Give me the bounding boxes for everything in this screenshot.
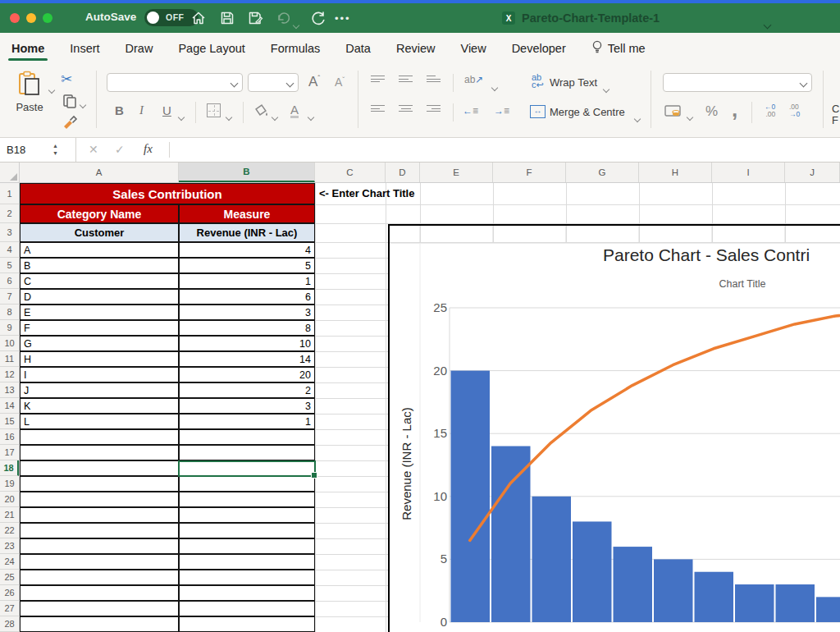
row-header-5[interactable]: 5 xyxy=(0,258,19,273)
fill-handle[interactable] xyxy=(311,472,317,479)
cell-A28[interactable] xyxy=(20,616,179,632)
undo-dropdown-chevron[interactable] xyxy=(294,16,299,31)
increase-indent-icon[interactable]: →≡ xyxy=(494,105,509,117)
fill-color-chevron[interactable] xyxy=(272,109,277,124)
column-header-J[interactable]: J xyxy=(785,163,840,182)
row-header-2[interactable]: 2 xyxy=(0,204,19,223)
name-box-stepper[interactable]: ▲▼ xyxy=(52,142,58,157)
cell-A13[interactable]: J xyxy=(20,382,179,398)
cell-A6[interactable]: C xyxy=(20,273,179,289)
accounting-format-icon[interactable] xyxy=(664,103,682,121)
tab-formulas[interactable]: Formulas xyxy=(269,34,322,62)
row-header-10[interactable]: 10 xyxy=(0,336,19,351)
tab-page-layout[interactable]: Page Layout xyxy=(176,34,246,62)
cell-A22[interactable] xyxy=(20,523,179,538)
decrease-font-icon[interactable]: Aˇ xyxy=(335,76,345,89)
tab-insert[interactable]: Insert xyxy=(68,34,101,62)
close-window-button[interactable] xyxy=(10,13,20,23)
home-icon[interactable] xyxy=(190,10,207,26)
cell-A27[interactable] xyxy=(20,601,179,616)
row-header-20[interactable]: 20 xyxy=(0,492,19,507)
row-header-14[interactable]: 14 xyxy=(0,398,19,414)
cell-A17[interactable] xyxy=(20,445,179,460)
increase-decimal-icon[interactable]: ←0.00 xyxy=(765,103,775,118)
row-header-15[interactable]: 15 xyxy=(0,414,19,429)
row-header-18[interactable]: 18 xyxy=(0,460,19,476)
cell-B12[interactable]: 20 xyxy=(179,367,315,382)
cell-A10[interactable]: G xyxy=(20,336,179,351)
y-axis-title[interactable]: Revenue (INR - Lac) xyxy=(399,341,416,587)
cell-A18[interactable] xyxy=(20,460,179,476)
cell-B11[interactable]: 14 xyxy=(179,351,315,367)
tab-tell-me[interactable]: Tell me xyxy=(590,33,647,64)
fill-color-icon[interactable] xyxy=(254,103,269,121)
orientation-icon[interactable]: ab↗ xyxy=(464,74,483,85)
cell-B17[interactable] xyxy=(179,445,315,460)
align-right-icon[interactable] xyxy=(427,105,441,112)
cell-B26[interactable] xyxy=(179,585,315,601)
cell-B20[interactable] xyxy=(179,492,315,507)
conditional-formatting-clipped[interactable]: CF xyxy=(832,103,839,126)
borders-icon[interactable] xyxy=(207,103,221,117)
align-left-icon[interactable] xyxy=(371,105,385,112)
row-header-27[interactable]: 27 xyxy=(0,601,19,616)
document-title-chevron[interactable] xyxy=(765,16,770,31)
chart-inner-title[interactable]: Chart Title xyxy=(660,278,824,290)
column-header-B[interactable]: B xyxy=(179,163,315,182)
cell-B22[interactable] xyxy=(179,523,315,538)
column-header-D[interactable]: D xyxy=(386,163,420,182)
cell-A8[interactable]: E xyxy=(20,305,179,320)
cut-icon[interactable]: ✂ xyxy=(61,71,72,88)
row-header-12[interactable]: 12 xyxy=(0,367,19,382)
bold-button[interactable]: B xyxy=(115,103,124,117)
table-subheader-revenue[interactable]: Revenue (INR - Lac) xyxy=(179,223,315,242)
wrap-text-icon[interactable]: abc↩ xyxy=(532,74,544,89)
percent-style-icon[interactable]: % xyxy=(705,103,718,120)
copy-icon[interactable] xyxy=(62,94,77,112)
cell-B10[interactable]: 10 xyxy=(179,336,315,351)
format-painter-icon[interactable] xyxy=(62,113,79,133)
decrease-indent-icon[interactable]: ←≡ xyxy=(463,105,478,117)
undo-icon[interactable] xyxy=(275,10,291,26)
table-subheader-customer[interactable]: Customer xyxy=(20,223,179,242)
cell-B14[interactable]: 3 xyxy=(179,398,315,414)
align-top-icon[interactable] xyxy=(371,76,385,82)
table-header-measure[interactable]: Measure xyxy=(179,204,315,223)
underline-button[interactable]: U xyxy=(162,103,171,117)
number-format-dropdown[interactable] xyxy=(663,73,812,92)
tab-draw[interactable]: Draw xyxy=(124,34,155,62)
cell-B16[interactable] xyxy=(179,429,315,445)
row-header-24[interactable]: 24 xyxy=(0,554,19,570)
decrease-decimal-icon[interactable]: .00→0 xyxy=(789,103,800,118)
enter-icon[interactable]: ✓ xyxy=(115,143,125,156)
cell-B7[interactable]: 6 xyxy=(179,289,315,305)
comma-style-icon[interactable]: , xyxy=(732,97,737,122)
merge-centre-icon[interactable]: ↔ xyxy=(530,105,546,118)
increase-font-icon[interactable]: Aˆ xyxy=(308,74,320,90)
refresh-icon[interactable] xyxy=(310,10,326,26)
cell-B21[interactable] xyxy=(179,507,315,523)
save-as-icon[interactable] xyxy=(247,10,263,26)
cell-A26[interactable] xyxy=(20,585,179,601)
row-header-13[interactable]: 13 xyxy=(0,382,19,398)
row-header-28[interactable]: 28 xyxy=(0,616,19,632)
merge-centre-chevron[interactable] xyxy=(635,111,640,126)
row-header-21[interactable]: 21 xyxy=(0,507,19,523)
row-header-25[interactable]: 25 xyxy=(0,570,19,585)
cell-B19[interactable] xyxy=(179,476,315,492)
cell-B28[interactable] xyxy=(179,616,315,632)
align-bottom-icon[interactable] xyxy=(427,76,441,82)
copy-chevron[interactable] xyxy=(80,97,85,112)
save-icon[interactable] xyxy=(219,10,235,26)
cell-A12[interactable]: I xyxy=(20,367,179,382)
cell-A20[interactable] xyxy=(20,492,179,507)
align-middle-icon[interactable] xyxy=(399,76,413,82)
tab-review[interactable]: Review xyxy=(395,34,437,62)
column-header-H[interactable]: H xyxy=(639,163,712,182)
row-header-22[interactable]: 22 xyxy=(0,523,19,538)
cell-B6[interactable]: 1 xyxy=(179,273,315,289)
cell-B15[interactable]: 1 xyxy=(179,414,315,429)
pareto-chart[interactable]: Pareto Chart - Sales Contri Chart Title … xyxy=(388,224,840,632)
font-size-dropdown[interactable] xyxy=(248,73,299,92)
cell-A7[interactable]: D xyxy=(20,289,179,305)
